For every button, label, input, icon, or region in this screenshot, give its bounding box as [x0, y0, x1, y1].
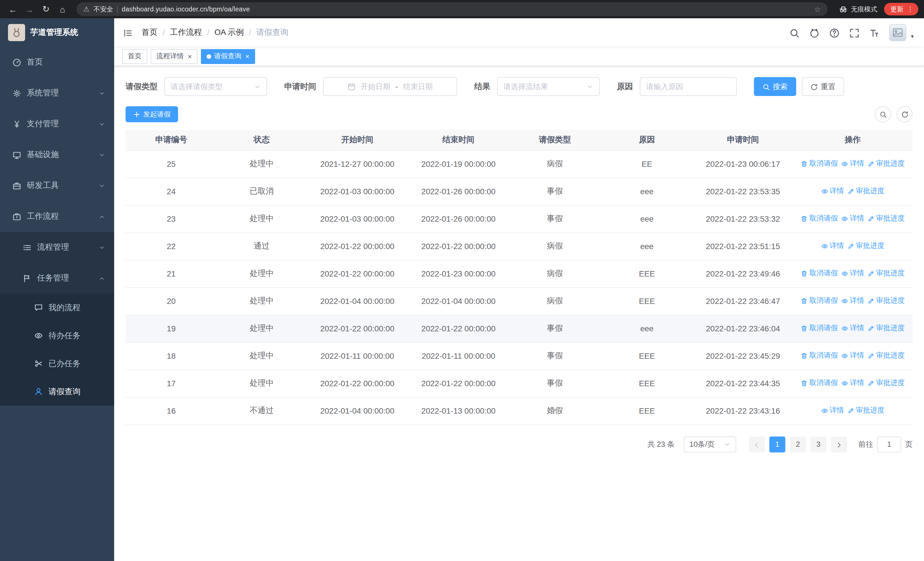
- back-icon[interactable]: ←: [6, 2, 20, 16]
- sidebar-item-0[interactable]: 首页: [0, 47, 114, 78]
- page-button-1[interactable]: 1: [770, 436, 785, 452]
- breadcrumb-item-2[interactable]: OA 示例: [214, 27, 244, 38]
- sidebar-item-4[interactable]: 研发工具: [0, 170, 114, 201]
- search-button[interactable]: 搜索: [754, 77, 796, 96]
- bookmark-star-icon[interactable]: ☆: [814, 5, 821, 14]
- progress-link[interactable]: 审批进度: [867, 296, 904, 306]
- cancel-leave-link[interactable]: 取消请假: [801, 323, 838, 333]
- fullscreen-icon[interactable]: [849, 27, 860, 38]
- home-icon[interactable]: ⌂: [56, 2, 70, 16]
- sidebar-item-10[interactable]: 已办任务: [0, 350, 114, 378]
- progress-link[interactable]: 审批进度: [847, 186, 884, 196]
- trash-icon: [801, 325, 808, 332]
- progress-link[interactable]: 审批进度: [867, 379, 904, 388]
- progress-link[interactable]: 审批进度: [867, 269, 904, 278]
- next-page-button[interactable]: [831, 436, 847, 452]
- result-select[interactable]: 请选择流结果: [497, 77, 600, 96]
- create-leave-button[interactable]: 发起请假: [126, 106, 178, 122]
- leave-type-select[interactable]: 请选择请假类型: [164, 77, 267, 96]
- detail-link[interactable]: 详情: [821, 186, 844, 196]
- cancel-leave-link[interactable]: 取消请假: [801, 159, 838, 169]
- reason-input[interactable]: [646, 82, 730, 91]
- cancel-leave-link[interactable]: 取消请假: [801, 379, 838, 388]
- goto-page: 前往 页: [858, 436, 913, 452]
- close-icon[interactable]: ×: [188, 52, 192, 60]
- detail-link[interactable]: 详情: [841, 214, 864, 224]
- cancel-leave-link[interactable]: 取消请假: [801, 351, 838, 361]
- table-search-toggle-button[interactable]: [875, 106, 891, 122]
- update-button[interactable]: 更新 ⋮: [884, 3, 918, 15]
- page-size-select[interactable]: 10条/页: [684, 436, 736, 452]
- header-search-icon[interactable]: [789, 27, 800, 38]
- detail-link[interactable]: 详情: [841, 351, 864, 361]
- sidebar-item-11[interactable]: 请假查询: [0, 378, 114, 406]
- date-range-picker[interactable]: 开始日期 - 结束日期: [323, 77, 457, 96]
- table-row: 16不通过2022-01-04 00:00:002022-01-13 00:00…: [126, 397, 913, 424]
- chevron-down-icon: [99, 244, 105, 251]
- page-button-3[interactable]: 3: [810, 436, 826, 452]
- trash-icon: [801, 215, 808, 222]
- table-refresh-button[interactable]: [897, 106, 913, 122]
- cell-apply_time: 2022-01-22 23:49:46: [693, 260, 793, 287]
- detail-link[interactable]: 详情: [821, 406, 844, 416]
- filter-result: 结果 请选择流结果: [474, 77, 600, 96]
- page-button-2[interactable]: 2: [790, 436, 806, 452]
- detail-link[interactable]: 详情: [841, 159, 864, 169]
- forward-icon[interactable]: →: [22, 2, 36, 16]
- cell-id: 25: [126, 150, 217, 177]
- cell-operations: 取消请假详情审批进度: [793, 315, 913, 342]
- progress-link[interactable]: 审批进度: [867, 159, 904, 169]
- gauge-icon: [12, 58, 21, 66]
- sidebar-item-5[interactable]: 工作流程: [0, 201, 114, 232]
- sidebar-item-1[interactable]: 系统管理: [0, 78, 114, 108]
- question-icon[interactable]: [829, 27, 840, 38]
- progress-link[interactable]: 审批进度: [867, 323, 904, 333]
- browser-menu-dots-icon[interactable]: ⋮: [905, 5, 915, 13]
- tab-2[interactable]: 请假查询×: [201, 49, 255, 64]
- breadcrumb-item-1[interactable]: 工作流程: [170, 27, 202, 38]
- cancel-leave-link[interactable]: 取消请假: [801, 269, 838, 278]
- progress-link[interactable]: 审批进度: [847, 241, 884, 251]
- progress-link[interactable]: 审批进度: [867, 214, 904, 224]
- github-icon[interactable]: [809, 27, 819, 38]
- progress-link[interactable]: 审批进度: [847, 406, 884, 416]
- avatar[interactable]: [889, 24, 906, 41]
- tab-label: 请假查询: [214, 51, 242, 61]
- detail-link[interactable]: 详情: [821, 241, 844, 251]
- sidebar-toggle-icon[interactable]: [123, 27, 134, 38]
- avatar-caret-down-icon[interactable]: ▾: [911, 33, 914, 41]
- font-size-icon[interactable]: [869, 27, 879, 38]
- breadcrumb: 首页/工作流程/OA 示例/请假查询: [141, 27, 782, 38]
- sidebar-item-2[interactable]: 支付管理: [0, 108, 114, 139]
- prev-page-button[interactable]: [749, 436, 765, 452]
- detail-link[interactable]: 详情: [841, 323, 864, 333]
- close-icon[interactable]: ×: [245, 52, 249, 60]
- reload-icon[interactable]: ↻: [39, 2, 53, 16]
- column-header-3: 结束时间: [408, 130, 509, 150]
- tab-0[interactable]: 首页: [122, 49, 147, 64]
- detail-link[interactable]: 详情: [841, 269, 864, 278]
- sidebar-item-3[interactable]: 基础设施: [0, 139, 114, 170]
- detail-label: 详情: [830, 406, 844, 416]
- goto-page-input[interactable]: [877, 436, 901, 452]
- cancel-leave-link[interactable]: 取消请假: [801, 214, 838, 224]
- sidebar-item-6[interactable]: 流程管理: [0, 232, 114, 263]
- cancel-leave-link[interactable]: 取消请假: [801, 296, 838, 306]
- logo-row[interactable]: 芋道管理系统: [0, 18, 114, 47]
- breadcrumb-item-0[interactable]: 首页: [141, 27, 158, 38]
- column-header-6: 申请时间: [693, 130, 793, 150]
- tab-1[interactable]: 流程详情×: [151, 49, 198, 64]
- progress-link[interactable]: 审批进度: [867, 351, 904, 361]
- reset-button[interactable]: 重置: [802, 77, 844, 96]
- sidebar-item-7[interactable]: 任务管理: [0, 263, 114, 294]
- cell-end_time: 2022-01-26 00:00:00: [408, 177, 509, 205]
- sidebar-item-8[interactable]: 我的流程: [0, 294, 114, 322]
- progress-label: 审批进度: [876, 296, 904, 306]
- address-bar[interactable]: ⚠ 不安全 dashboard.yudao.iocoder.cn/bpm/oa/…: [76, 2, 828, 16]
- detail-link[interactable]: 详情: [841, 379, 864, 388]
- eye-icon: [821, 188, 828, 195]
- detail-link[interactable]: 详情: [841, 296, 864, 306]
- sidebar-item-9[interactable]: 待办任务: [0, 322, 114, 350]
- filter-form: 请假类型 请选择请假类型 申请时间 开始日期 - 结束日期: [126, 77, 913, 96]
- cell-start_time: 2022-01-22 00:00:00: [306, 260, 408, 287]
